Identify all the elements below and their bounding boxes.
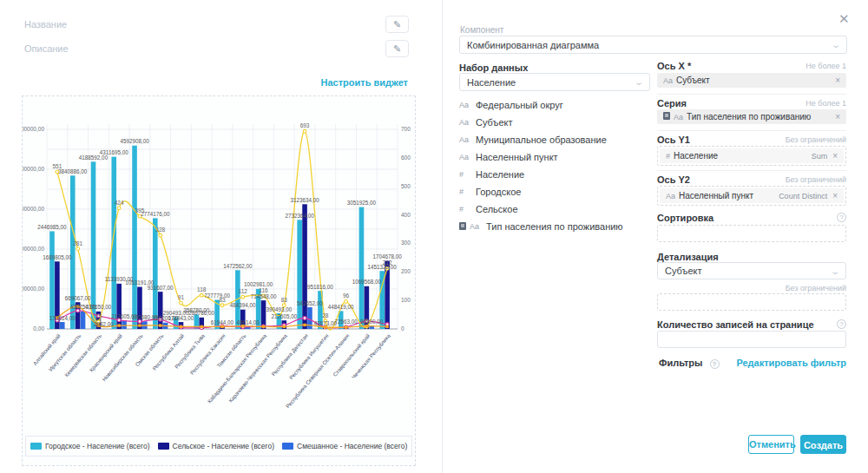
remove-icon[interactable]: × bbox=[835, 76, 840, 85]
page-size-input[interactable] bbox=[657, 331, 846, 348]
svg-text:2000000,00: 2000000,00 bbox=[23, 246, 44, 252]
edit-name-button[interactable]: ✎ bbox=[385, 16, 409, 33]
series-title: Серия bbox=[657, 98, 687, 108]
series-tag: Aa Тип населения по проживанию × bbox=[657, 109, 846, 124]
field-label: Населенный пункт bbox=[476, 152, 558, 162]
edit-description-button[interactable]: ✎ bbox=[385, 40, 409, 57]
help-icon[interactable]: ? bbox=[837, 213, 846, 222]
svg-text:1689805,00: 1689805,00 bbox=[43, 254, 72, 260]
dataset-field-item[interactable]: AaМуниципальное образование bbox=[459, 131, 646, 148]
cancel-button[interactable]: Отменить bbox=[748, 435, 794, 454]
series-hint: Не более 1 bbox=[806, 99, 846, 108]
axis-y1-tag: # Население Sum × bbox=[660, 148, 844, 163]
svg-text:0,00: 0,00 bbox=[33, 325, 44, 332]
dataset-field-item[interactable]: #Сельское bbox=[459, 200, 646, 218]
field-label: Субъект bbox=[476, 117, 512, 128]
svg-text:100: 100 bbox=[401, 297, 411, 303]
field-label: Федеральный округ bbox=[476, 100, 563, 110]
dataset-label: Набор данных bbox=[459, 62, 528, 73]
field-label: Тип населения по проживанию bbox=[486, 221, 623, 232]
close-icon[interactable]: ✕ bbox=[838, 12, 850, 25]
edit-filter-link[interactable]: Редактировать фильтр bbox=[736, 358, 846, 368]
dataset-select[interactable]: Население ⌄ bbox=[459, 73, 650, 91]
svg-text:500: 500 bbox=[401, 183, 411, 189]
axis-x-title: Ось X * bbox=[657, 61, 691, 71]
svg-text:Республика Хакасия: Республика Хакасия bbox=[188, 332, 226, 376]
legend-item[interactable]: Смешанное - Население (всего) bbox=[282, 442, 407, 450]
chevron-down-icon: ⌄ bbox=[831, 40, 841, 49]
svg-text:4592908,00: 4592908,00 bbox=[120, 138, 149, 144]
axis-y2-hint: Без ограничений bbox=[786, 175, 846, 184]
aggregation-label[interactable]: Sum bbox=[812, 152, 828, 161]
svg-text:3051925,00: 3051925,00 bbox=[347, 200, 377, 206]
svg-text:4000000,00: 4000000,00 bbox=[23, 166, 44, 172]
svg-text:Чеченская Республика: Чеченская Республика bbox=[350, 332, 391, 380]
svg-text:200: 200 bbox=[401, 268, 411, 274]
axis-y1-field: Население bbox=[674, 151, 718, 161]
svg-text:116: 116 bbox=[259, 287, 268, 293]
widget-editor: Название ✎ Описание ✎ Настроить виджет 0… bbox=[0, 0, 868, 473]
detail-dropzone[interactable] bbox=[657, 293, 846, 311]
component-select[interactable]: Комбинированная диаграмма ⌄ bbox=[459, 36, 847, 54]
axis-y1-dropzone[interactable]: # Население Sum × bbox=[657, 146, 846, 166]
field-type-label: Aa bbox=[459, 153, 471, 161]
svg-text:286786,00: 286786,00 bbox=[188, 310, 214, 316]
svg-text:112: 112 bbox=[239, 288, 248, 294]
pencil-icon: ✎ bbox=[393, 43, 401, 54]
filters-title: Фильтры ? bbox=[659, 358, 720, 369]
dataset-field-item[interactable]: AaСубъект bbox=[459, 114, 646, 131]
chevron-down-icon: ⌄ bbox=[634, 77, 644, 87]
help-icon[interactable]: ? bbox=[710, 359, 720, 369]
svg-text:5000000,00: 5000000,00 bbox=[23, 126, 44, 132]
legend-label: Городское - Население (всего) bbox=[45, 442, 150, 450]
help-icon[interactable]: ? bbox=[837, 319, 846, 329]
field-type-label: # bbox=[459, 170, 471, 179]
configure-widget-link[interactable]: Настроить виджет bbox=[321, 77, 409, 88]
svg-text:328: 328 bbox=[155, 227, 165, 233]
create-button[interactable]: Создать bbox=[800, 435, 846, 454]
svg-text:118: 118 bbox=[197, 286, 207, 292]
svg-text:25: 25 bbox=[95, 313, 102, 319]
detail-title: Детализация bbox=[657, 252, 719, 262]
dataset-field-item[interactable]: AaТип населения по проживанию bbox=[459, 218, 646, 235]
description-field-placeholder: Описание bbox=[24, 43, 69, 54]
remove-icon[interactable]: × bbox=[832, 191, 838, 200]
axis-y2-tag: Aa Населенный пункт Count Distinct × bbox=[660, 188, 844, 203]
svg-text:83: 83 bbox=[281, 297, 288, 303]
dataset-field-item[interactable]: AaНаселенный пункт bbox=[459, 148, 646, 166]
svg-text:951816,00: 951816,00 bbox=[307, 284, 333, 290]
axis-x-field: Субъект bbox=[676, 76, 710, 85]
dataset-field-item[interactable]: #Городское bbox=[459, 183, 646, 200]
sorting-dropzone[interactable] bbox=[657, 225, 846, 242]
dataset-field-item[interactable]: #Население bbox=[459, 166, 646, 183]
detail-select[interactable]: Субъект ⌄ bbox=[657, 262, 846, 279]
svg-text:3840886,00: 3840886,00 bbox=[58, 168, 88, 174]
svg-text:931607,00: 931607,00 bbox=[148, 285, 174, 291]
aggregation-label[interactable]: Count Distinct bbox=[779, 192, 827, 200]
legend-item[interactable]: Сельское - Население (всего) bbox=[158, 442, 275, 450]
axis-y1-title: Ось Y1 bbox=[657, 135, 690, 145]
dataset-field-item[interactable]: AaФедеральный округ bbox=[459, 96, 646, 114]
svg-text:83: 83 bbox=[219, 297, 226, 303]
legend-item[interactable]: Городское - Население (всего) bbox=[30, 442, 150, 450]
legend-swatch bbox=[158, 443, 169, 450]
axis-y2-title: Ось Y2 bbox=[657, 174, 690, 185]
svg-text:Ставропольский край: Ставропольский край bbox=[332, 332, 371, 378]
category-field-icon bbox=[663, 112, 670, 122]
divider bbox=[657, 170, 846, 171]
field-label: Сельское bbox=[476, 204, 518, 214]
sorting-title: Сортировка bbox=[657, 213, 713, 223]
svg-text:48614,00: 48614,00 bbox=[237, 319, 260, 325]
page-size-title: Количество записей на странице bbox=[657, 319, 814, 330]
axis-y2-dropzone[interactable]: Aa Населенный пункт Count Distinct × bbox=[657, 186, 846, 206]
remove-icon[interactable]: × bbox=[832, 151, 838, 161]
svg-text:281: 281 bbox=[73, 240, 82, 246]
svg-text:1069568,00: 1069568,00 bbox=[352, 279, 382, 285]
field-label: Муниципальное образование bbox=[476, 135, 607, 145]
remove-icon[interactable]: × bbox=[835, 112, 840, 122]
field-type-label: # bbox=[459, 187, 471, 196]
svg-text:173314,00: 173314,00 bbox=[49, 315, 76, 321]
svg-text:669067,00: 669067,00 bbox=[65, 295, 91, 301]
widget-preview-pane: Название ✎ Описание ✎ Настроить виджет 0… bbox=[0, 0, 442, 473]
svg-text:600: 600 bbox=[401, 154, 411, 161]
